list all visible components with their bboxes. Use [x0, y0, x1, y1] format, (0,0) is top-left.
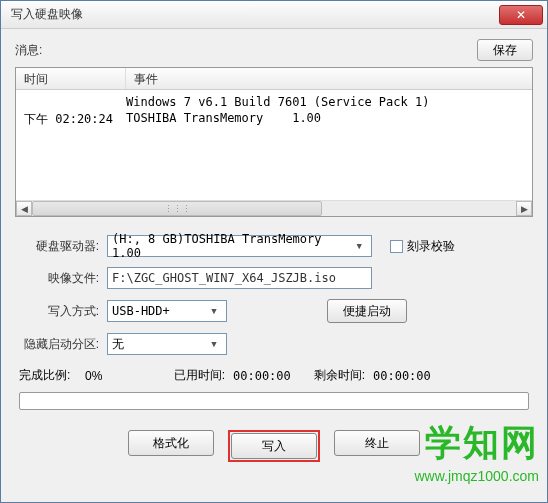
- ratio-label: 完成比例:: [15, 367, 85, 384]
- image-label: 映像文件:: [15, 270, 107, 287]
- verify-checkbox[interactable]: [390, 240, 403, 253]
- col-event[interactable]: 事件: [126, 68, 532, 89]
- chevron-down-icon: ▼: [351, 241, 367, 251]
- cell-event: TOSHIBA TransMemory 1.00: [126, 111, 524, 128]
- window-title: 写入硬盘映像: [11, 6, 83, 23]
- stop-button[interactable]: 终止: [334, 430, 420, 456]
- ratio-value: 0%: [85, 369, 165, 383]
- cell-event: Windows 7 v6.1 Build 7601 (Service Pack …: [126, 95, 524, 109]
- drive-label: 硬盘驱动器:: [15, 238, 107, 255]
- form-area: 硬盘驱动器: (H:, 8 GB)TOSHIBA TransMemory 1.0…: [15, 235, 533, 466]
- chevron-down-icon: ▼: [206, 306, 222, 316]
- verify-checkbox-wrap[interactable]: 刻录校验: [390, 238, 455, 255]
- remain-value: 00:00:00: [365, 369, 445, 383]
- write-mode-select[interactable]: USB-HDD+ ▼: [107, 300, 227, 322]
- verify-label: 刻录校验: [407, 238, 455, 255]
- cell-time: 下午 02:20:24: [24, 111, 126, 128]
- elapsed-label: 已用时间:: [165, 367, 225, 384]
- cell-time: [24, 95, 126, 109]
- horizontal-scrollbar[interactable]: ◀ ⋮⋮⋮ ▶: [16, 200, 532, 216]
- write-highlight: 写入: [228, 430, 320, 462]
- mode-value: USB-HDD+: [112, 304, 170, 318]
- quick-boot-button[interactable]: 便捷启动: [327, 299, 407, 323]
- event-table: 时间 事件 Windows 7 v6.1 Build 7601 (Service…: [15, 67, 533, 217]
- table-header: 时间 事件: [16, 68, 532, 90]
- hide-partition-select[interactable]: 无 ▼: [107, 333, 227, 355]
- scroll-thumb[interactable]: ⋮⋮⋮: [32, 201, 322, 216]
- close-icon: ✕: [516, 8, 526, 22]
- drive-value: (H:, 8 GB)TOSHIBA TransMemory 1.00: [112, 232, 351, 260]
- col-time[interactable]: 时间: [16, 68, 126, 89]
- message-label: 消息:: [15, 42, 42, 59]
- elapsed-value: 00:00:00: [225, 369, 305, 383]
- scroll-track[interactable]: ⋮⋮⋮: [32, 201, 516, 216]
- hide-value: 无: [112, 336, 124, 353]
- chevron-down-icon: ▼: [206, 339, 222, 349]
- button-row: 格式化 写入 终止: [15, 430, 533, 466]
- table-row: Windows 7 v6.1 Build 7601 (Service Pack …: [16, 94, 532, 110]
- table-row: 下午 02:20:24 TOSHIBA TransMemory 1.00: [16, 110, 532, 129]
- table-body: Windows 7 v6.1 Build 7601 (Service Pack …: [16, 90, 532, 133]
- scroll-right-icon[interactable]: ▶: [516, 201, 532, 216]
- hide-label: 隐藏启动分区:: [15, 336, 107, 353]
- save-button[interactable]: 保存: [477, 39, 533, 61]
- close-button[interactable]: ✕: [499, 5, 543, 25]
- progress-row: 完成比例: 0% 已用时间: 00:00:00 剩余时间: 00:00:00: [15, 367, 533, 384]
- dialog-window: 写入硬盘映像 ✕ 消息: 保存 时间 事件 Windows 7 v6.1 Bui…: [0, 0, 548, 503]
- remain-label: 剩余时间:: [305, 367, 365, 384]
- drive-select[interactable]: (H:, 8 GB)TOSHIBA TransMemory 1.00 ▼: [107, 235, 372, 257]
- mode-label: 写入方式:: [15, 303, 107, 320]
- format-button[interactable]: 格式化: [128, 430, 214, 456]
- titlebar: 写入硬盘映像 ✕: [1, 1, 547, 29]
- content-area: 消息: 保存 时间 事件 Windows 7 v6.1 Build 7601 (…: [1, 29, 547, 476]
- progress-bar: [19, 392, 529, 410]
- scroll-left-icon[interactable]: ◀: [16, 201, 32, 216]
- write-button[interactable]: 写入: [231, 433, 317, 459]
- image-file-input[interactable]: [107, 267, 372, 289]
